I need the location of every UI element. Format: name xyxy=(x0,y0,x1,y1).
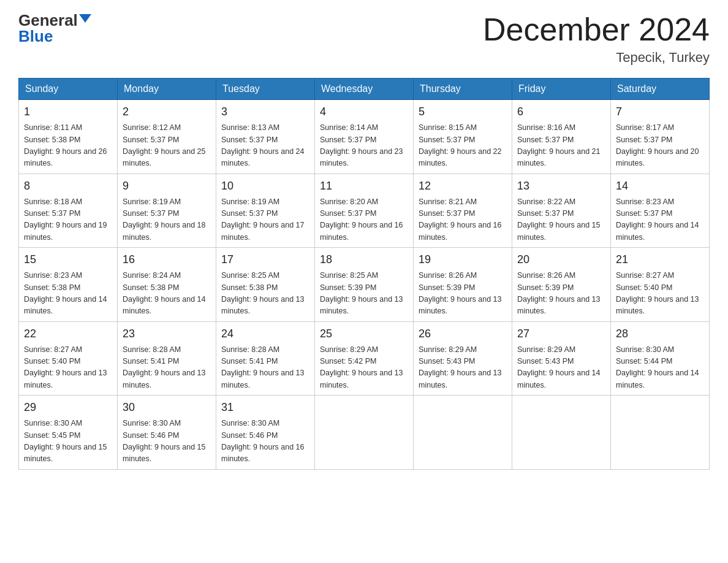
calendar-cell: 19 Sunrise: 8:26 AM Sunset: 5:39 PM Dayl… xyxy=(414,248,512,322)
day-info: Sunrise: 8:24 AM Sunset: 5:38 PM Dayligh… xyxy=(123,270,211,318)
day-number: 22 xyxy=(24,326,112,342)
day-info: Sunrise: 8:17 AM Sunset: 5:37 PM Dayligh… xyxy=(616,122,704,170)
day-number: 6 xyxy=(517,104,605,120)
day-number: 7 xyxy=(616,104,704,120)
day-number: 11 xyxy=(320,178,408,194)
day-info: Sunrise: 8:27 AM Sunset: 5:40 PM Dayligh… xyxy=(616,270,704,318)
day-info: Sunrise: 8:12 AM Sunset: 5:37 PM Dayligh… xyxy=(123,122,211,170)
month-title: December 2024 xyxy=(483,12,710,47)
day-info: Sunrise: 8:19 AM Sunset: 5:37 PM Dayligh… xyxy=(123,196,211,244)
day-number: 30 xyxy=(123,399,211,416)
calendar-cell: 16 Sunrise: 8:24 AM Sunset: 5:38 PM Dayl… xyxy=(118,248,216,322)
calendar-cell: 8 Sunrise: 8:18 AM Sunset: 5:37 PM Dayli… xyxy=(19,174,118,248)
day-info: Sunrise: 8:22 AM Sunset: 5:37 PM Dayligh… xyxy=(517,196,605,244)
calendar-cell: 31 Sunrise: 8:30 AM Sunset: 5:46 PM Dayl… xyxy=(216,396,315,470)
day-number: 3 xyxy=(221,104,309,120)
calendar-cell: 26 Sunrise: 8:29 AM Sunset: 5:43 PM Dayl… xyxy=(414,321,512,396)
day-info: Sunrise: 8:25 AM Sunset: 5:38 PM Dayligh… xyxy=(221,270,309,318)
day-number: 9 xyxy=(123,178,211,194)
day-number: 29 xyxy=(24,399,112,416)
calendar-cell: 28 Sunrise: 8:30 AM Sunset: 5:44 PM Dayl… xyxy=(611,321,710,396)
day-info: Sunrise: 8:13 AM Sunset: 5:37 PM Dayligh… xyxy=(221,122,309,170)
location-title: Tepecik, Turkey xyxy=(483,50,710,66)
calendar-cell: 11 Sunrise: 8:20 AM Sunset: 5:37 PM Dayl… xyxy=(315,174,414,248)
day-number: 1 xyxy=(24,104,112,120)
week-row-3: 15 Sunrise: 8:23 AM Sunset: 5:38 PM Dayl… xyxy=(19,248,710,322)
day-number: 28 xyxy=(616,326,704,342)
day-info: Sunrise: 8:27 AM Sunset: 5:40 PM Dayligh… xyxy=(24,344,112,392)
day-info: Sunrise: 8:28 AM Sunset: 5:41 PM Dayligh… xyxy=(123,344,211,392)
calendar-cell: 7 Sunrise: 8:17 AM Sunset: 5:37 PM Dayli… xyxy=(611,100,710,174)
day-number: 8 xyxy=(24,178,112,194)
header-row: SundayMondayTuesdayWednesdayThursdayFrid… xyxy=(19,79,710,100)
calendar-cell: 5 Sunrise: 8:15 AM Sunset: 5:37 PM Dayli… xyxy=(414,100,512,174)
logo-blue-text: Blue xyxy=(18,28,91,44)
day-info: Sunrise: 8:23 AM Sunset: 5:38 PM Dayligh… xyxy=(24,270,112,318)
calendar-cell: 18 Sunrise: 8:25 AM Sunset: 5:39 PM Dayl… xyxy=(315,248,414,322)
calendar-cell: 9 Sunrise: 8:19 AM Sunset: 5:37 PM Dayli… xyxy=(118,174,216,248)
day-number: 13 xyxy=(517,178,605,194)
day-number: 24 xyxy=(221,326,309,342)
calendar-cell: 27 Sunrise: 8:29 AM Sunset: 5:43 PM Dayl… xyxy=(512,321,611,396)
day-info: Sunrise: 8:30 AM Sunset: 5:46 PM Dayligh… xyxy=(221,418,309,465)
calendar-cell xyxy=(512,396,611,470)
calendar-cell: 20 Sunrise: 8:26 AM Sunset: 5:39 PM Dayl… xyxy=(512,248,611,322)
calendar-cell: 6 Sunrise: 8:16 AM Sunset: 5:37 PM Dayli… xyxy=(512,100,611,174)
day-info: Sunrise: 8:16 AM Sunset: 5:37 PM Dayligh… xyxy=(517,122,605,170)
day-info: Sunrise: 8:15 AM Sunset: 5:37 PM Dayligh… xyxy=(419,122,507,170)
day-info: Sunrise: 8:29 AM Sunset: 5:43 PM Dayligh… xyxy=(517,344,605,392)
week-row-1: 1 Sunrise: 8:11 AM Sunset: 5:38 PM Dayli… xyxy=(19,100,710,174)
day-number: 10 xyxy=(221,178,309,194)
day-number: 21 xyxy=(616,251,704,268)
calendar-cell: 21 Sunrise: 8:27 AM Sunset: 5:40 PM Dayl… xyxy=(611,248,710,322)
day-number: 19 xyxy=(419,251,507,268)
day-number: 27 xyxy=(517,326,605,342)
day-info: Sunrise: 8:26 AM Sunset: 5:39 PM Dayligh… xyxy=(419,270,507,318)
header-thursday: Thursday xyxy=(414,79,512,100)
calendar-cell: 15 Sunrise: 8:23 AM Sunset: 5:38 PM Dayl… xyxy=(19,248,118,322)
day-info: Sunrise: 8:25 AM Sunset: 5:39 PM Dayligh… xyxy=(320,270,408,318)
day-info: Sunrise: 8:18 AM Sunset: 5:37 PM Dayligh… xyxy=(24,196,112,244)
calendar-cell: 2 Sunrise: 8:12 AM Sunset: 5:37 PM Dayli… xyxy=(118,100,216,174)
day-number: 14 xyxy=(616,178,704,194)
calendar-cell: 24 Sunrise: 8:28 AM Sunset: 5:41 PM Dayl… xyxy=(216,321,315,396)
calendar-cell xyxy=(414,396,512,470)
header-saturday: Saturday xyxy=(611,79,710,100)
day-info: Sunrise: 8:26 AM Sunset: 5:39 PM Dayligh… xyxy=(517,270,605,318)
calendar-cell xyxy=(315,396,414,470)
header-tuesday: Tuesday xyxy=(216,79,315,100)
day-info: Sunrise: 8:30 AM Sunset: 5:46 PM Dayligh… xyxy=(123,418,211,465)
day-info: Sunrise: 8:19 AM Sunset: 5:37 PM Dayligh… xyxy=(221,196,309,244)
week-row-4: 22 Sunrise: 8:27 AM Sunset: 5:40 PM Dayl… xyxy=(19,321,710,396)
day-number: 17 xyxy=(221,251,309,268)
logo-general-text: General xyxy=(18,12,78,28)
calendar-cell: 22 Sunrise: 8:27 AM Sunset: 5:40 PM Dayl… xyxy=(19,321,118,396)
calendar-cell: 14 Sunrise: 8:23 AM Sunset: 5:37 PM Dayl… xyxy=(611,174,710,248)
logo: General Blue xyxy=(18,12,91,44)
calendar-cell: 30 Sunrise: 8:30 AM Sunset: 5:46 PM Dayl… xyxy=(118,396,216,470)
day-number: 12 xyxy=(419,178,507,194)
day-number: 31 xyxy=(221,399,309,416)
day-info: Sunrise: 8:11 AM Sunset: 5:38 PM Dayligh… xyxy=(24,122,112,170)
day-number: 4 xyxy=(320,104,408,120)
day-number: 18 xyxy=(320,251,408,268)
week-row-5: 29 Sunrise: 8:30 AM Sunset: 5:45 PM Dayl… xyxy=(19,396,710,470)
calendar-cell: 3 Sunrise: 8:13 AM Sunset: 5:37 PM Dayli… xyxy=(216,100,315,174)
logo-arrow-icon xyxy=(79,14,91,23)
title-section: December 2024 Tepecik, Turkey xyxy=(483,12,710,66)
day-number: 2 xyxy=(123,104,211,120)
week-row-2: 8 Sunrise: 8:18 AM Sunset: 5:37 PM Dayli… xyxy=(19,174,710,248)
day-info: Sunrise: 8:28 AM Sunset: 5:41 PM Dayligh… xyxy=(221,344,309,392)
day-number: 25 xyxy=(320,326,408,342)
day-number: 5 xyxy=(419,104,507,120)
calendar-cell xyxy=(611,396,710,470)
day-number: 20 xyxy=(517,251,605,268)
day-info: Sunrise: 8:29 AM Sunset: 5:43 PM Dayligh… xyxy=(419,344,507,392)
calendar-cell: 1 Sunrise: 8:11 AM Sunset: 5:38 PM Dayli… xyxy=(19,100,118,174)
calendar-cell: 25 Sunrise: 8:29 AM Sunset: 5:42 PM Dayl… xyxy=(315,321,414,396)
page-header: General Blue December 2024 Tepecik, Turk… xyxy=(18,12,710,66)
header-sunday: Sunday xyxy=(19,79,118,100)
day-info: Sunrise: 8:14 AM Sunset: 5:37 PM Dayligh… xyxy=(320,122,408,170)
calendar-cell: 23 Sunrise: 8:28 AM Sunset: 5:41 PM Dayl… xyxy=(118,321,216,396)
day-info: Sunrise: 8:29 AM Sunset: 5:42 PM Dayligh… xyxy=(320,344,408,392)
